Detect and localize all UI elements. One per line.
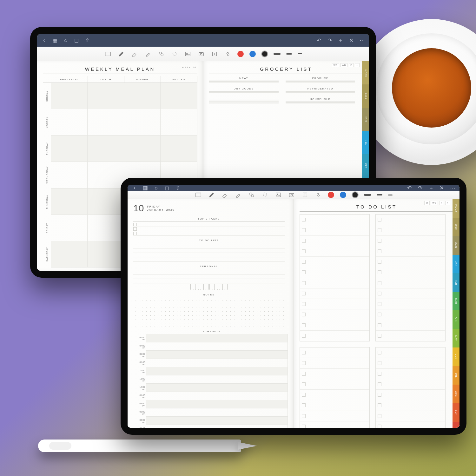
share-icon[interactable]: ⇧ <box>84 37 90 43</box>
meal-cell[interactable] <box>124 136 161 162</box>
meal-cell[interactable] <box>51 136 88 162</box>
todo-row[interactable] <box>376 320 445 331</box>
side-tab[interactable]: 2021 <box>362 108 369 131</box>
meal-cell[interactable] <box>51 162 88 188</box>
meal-cell[interactable] <box>51 83 88 109</box>
meal-cell[interactable] <box>124 109 161 136</box>
schedule-row[interactable]: 10:00am <box>136 367 288 375</box>
todo-row[interactable] <box>376 347 445 358</box>
todo-box[interactable] <box>300 347 370 428</box>
todo-row[interactable] <box>376 379 445 390</box>
todo-row[interactable] <box>376 411 445 421</box>
grocery-box[interactable]: HOUSEHOLD <box>286 97 355 103</box>
meal-cell[interactable] <box>51 109 88 136</box>
grid-icon[interactable]: ▦ <box>142 185 149 191</box>
schedule-row[interactable]: 02:00pm <box>136 400 288 408</box>
side-tab[interactable]: SEP <box>453 403 459 422</box>
more-icon[interactable]: ⋯ <box>449 185 456 191</box>
schedule-row[interactable]: 01:00pm <box>136 392 288 400</box>
schedule-row[interactable]: 08:00am <box>136 351 288 359</box>
todo-row[interactable] <box>300 215 369 225</box>
schedule-cell[interactable] <box>146 408 288 417</box>
readonly-icon[interactable] <box>195 191 202 199</box>
side-tab[interactable]: JAN <box>453 255 459 274</box>
todo-row[interactable] <box>376 215 445 225</box>
todo-row[interactable] <box>300 320 369 331</box>
undo-icon[interactable]: ↶ <box>316 37 322 43</box>
section-top3[interactable]: TOP 3 TASKS <box>133 217 285 236</box>
meal-cell[interactable] <box>88 215 124 241</box>
todo-row[interactable] <box>376 278 445 288</box>
camera-icon[interactable] <box>197 50 205 58</box>
color-blue[interactable] <box>340 192 346 198</box>
side-tab[interactable]: INDEX <box>362 61 369 84</box>
shapes-icon[interactable] <box>157 50 165 58</box>
side-tab[interactable]: FEB <box>362 154 369 177</box>
bookmark-icon[interactable]: ◻ <box>164 185 170 191</box>
corner-nav-button[interactable]: F <box>349 63 354 67</box>
schedule-row[interactable]: 12:00pm <box>136 384 288 392</box>
todo-row[interactable] <box>376 225 445 235</box>
todo-row[interactable] <box>300 379 369 390</box>
side-tab[interactable]: JAN <box>362 131 369 154</box>
corner-nav-button[interactable]: + <box>445 201 450 205</box>
link-icon[interactable] <box>314 191 322 199</box>
todo-row[interactable] <box>300 421 369 428</box>
stroke-med[interactable] <box>377 194 382 195</box>
meal-cell[interactable] <box>51 241 88 268</box>
stroke-small[interactable] <box>388 195 393 195</box>
todo-row[interactable] <box>376 421 445 428</box>
todo-row[interactable] <box>376 257 445 267</box>
todo-row[interactable] <box>300 225 369 235</box>
todo-row[interactable] <box>376 267 445 278</box>
share-icon[interactable]: ⇧ <box>175 185 181 191</box>
lasso-icon[interactable] <box>171 50 178 58</box>
schedule-cell[interactable] <box>146 367 288 375</box>
todo-row[interactable] <box>376 309 445 320</box>
meal-cell[interactable] <box>124 83 161 109</box>
todo-row[interactable] <box>300 369 369 379</box>
todo-row[interactable] <box>376 299 445 309</box>
close-icon[interactable]: ✕ <box>348 37 354 43</box>
schedule-row[interactable]: 03:00pm <box>136 408 288 417</box>
todo-box[interactable] <box>300 214 370 341</box>
add-icon[interactable]: ＋ <box>337 37 344 43</box>
corner-nav-button[interactable]: F <box>439 201 444 205</box>
todo-row[interactable] <box>300 331 369 341</box>
todo-grid[interactable] <box>300 214 454 428</box>
meal-cell[interactable] <box>88 136 124 162</box>
side-tab[interactable]: AUG <box>453 385 459 403</box>
todo-row[interactable] <box>300 411 369 421</box>
text-icon[interactable] <box>301 191 309 199</box>
todo-row[interactable] <box>376 369 445 379</box>
meal-cell[interactable] <box>161 136 197 162</box>
schedule-row[interactable]: 04:00pm <box>136 417 288 425</box>
schedule-row[interactable]: 07:00am <box>136 342 288 351</box>
todo-row[interactable] <box>300 246 369 257</box>
schedule-row[interactable]: 09:00am <box>136 359 288 367</box>
todo-row[interactable] <box>376 358 445 368</box>
meal-cell[interactable] <box>88 162 124 188</box>
more-icon[interactable]: ⋯ <box>359 37 365 43</box>
todo-row[interactable] <box>300 267 369 278</box>
camera-icon[interactable] <box>288 191 295 199</box>
corner-nav-button[interactable]: WB <box>431 201 438 205</box>
color-black[interactable] <box>261 51 268 57</box>
todo-row[interactable] <box>376 400 445 411</box>
todo-row[interactable] <box>300 299 369 309</box>
readonly-icon[interactable] <box>104 50 112 58</box>
side-tab[interactable]: OCT <box>453 422 459 428</box>
close-icon[interactable]: ✕ <box>439 185 445 191</box>
meal-cell[interactable] <box>161 83 197 109</box>
todo-row[interactable] <box>300 347 369 358</box>
back-icon[interactable]: ‹ <box>41 37 47 43</box>
shapes-icon[interactable] <box>248 191 255 199</box>
todo-box[interactable] <box>375 214 446 341</box>
schedule-cell[interactable] <box>146 342 288 351</box>
corner-nav-button[interactable]: M <box>424 201 430 205</box>
todo-row[interactable] <box>376 390 445 400</box>
meal-row[interactable]: MONDAY <box>43 109 197 136</box>
stroke-large[interactable] <box>274 53 281 55</box>
stroke-small[interactable] <box>298 53 302 54</box>
grocery-box[interactable] <box>209 97 279 103</box>
